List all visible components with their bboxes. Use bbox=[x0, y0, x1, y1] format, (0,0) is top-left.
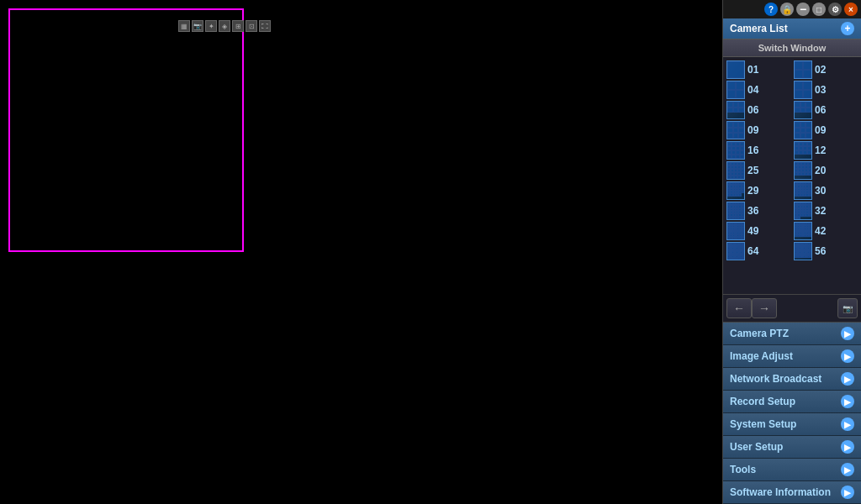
grid-icon-left-3[interactable] bbox=[726, 121, 745, 139]
grid-item-left-8[interactable]: 49 bbox=[726, 222, 790, 240]
grid-icon-left-1[interactable] bbox=[726, 81, 745, 99]
toolbar-icon-3[interactable]: ✦ bbox=[205, 20, 217, 32]
grid-label-right-1: 03 bbox=[815, 84, 833, 96]
menu-item-record-setup[interactable]: Record Setup▶ bbox=[723, 391, 861, 413]
camera-list-label: Camera List bbox=[730, 23, 788, 34]
toolbar-icon-4[interactable]: ◈ bbox=[219, 20, 230, 32]
menu-item-arrow-2: ▶ bbox=[841, 372, 854, 386]
grid-icon-left-9[interactable] bbox=[726, 242, 745, 260]
close-icon[interactable]: □ bbox=[812, 3, 826, 16]
grid-row-8: 4942 bbox=[726, 222, 858, 240]
grid-item-right-9[interactable]: 56 bbox=[794, 242, 858, 260]
grid-icon-left-7[interactable] bbox=[726, 202, 745, 220]
toolbar-icon-2[interactable]: 📷 bbox=[192, 20, 203, 32]
grid-item-right-5[interactable]: 20 bbox=[794, 161, 858, 180]
grid-item-right-4[interactable]: 12 bbox=[794, 141, 858, 160]
grid-label-right-3: 09 bbox=[815, 124, 833, 136]
menu-item-label-5: User Setup bbox=[730, 441, 783, 453]
top-icons-bar: ? 🔒 − □ ⚙ × bbox=[723, 0, 861, 18]
grid-icon-right-1[interactable] bbox=[794, 81, 812, 99]
minimize-icon[interactable]: − bbox=[796, 3, 810, 16]
toolbar-icon-5[interactable]: ⊞ bbox=[232, 20, 244, 32]
grid-label-right-8: 42 bbox=[815, 225, 833, 237]
grid-row-4: 1612 bbox=[726, 141, 858, 160]
grid-item-right-1[interactable]: 03 bbox=[794, 81, 858, 99]
grid-item-left-9[interactable]: 64 bbox=[726, 242, 790, 260]
toolbar-icon-7[interactable]: ⛶ bbox=[259, 20, 271, 32]
grid-icon-right-3[interactable] bbox=[794, 121, 812, 139]
menu-item-label-0: Camera PTZ bbox=[730, 328, 789, 339]
grid-item-right-7[interactable]: 32 bbox=[794, 202, 858, 220]
grid-item-left-4[interactable]: 16 bbox=[726, 141, 790, 160]
grid-icon-left-0[interactable] bbox=[726, 60, 745, 79]
menu-item-user-setup[interactable]: User Setup▶ bbox=[723, 436, 861, 459]
grid-item-right-3[interactable]: 09 bbox=[794, 121, 858, 139]
grid-row-2: 0606 bbox=[726, 101, 858, 119]
next-button[interactable]: → bbox=[752, 298, 777, 318]
grid-row-1: 0403 bbox=[726, 81, 858, 99]
grid-item-left-7[interactable]: 36 bbox=[726, 202, 790, 220]
camera-list-header: Camera List + bbox=[723, 18, 861, 39]
menu-item-arrow-4: ▶ bbox=[841, 417, 854, 431]
prev-button[interactable]: ← bbox=[726, 298, 752, 318]
grid-label-left-9: 64 bbox=[747, 245, 766, 257]
grid-item-left-3[interactable]: 09 bbox=[726, 121, 790, 139]
grid-label-right-7: 32 bbox=[815, 205, 833, 217]
grid-icon-right-5[interactable] bbox=[794, 161, 812, 180]
grid-row-3: 0909 bbox=[726, 121, 858, 139]
toolbar-icon-6[interactable]: ⊡ bbox=[246, 20, 257, 32]
grid-item-left-5[interactable]: 25 bbox=[726, 161, 790, 180]
menu-item-system-setup[interactable]: System Setup▶ bbox=[723, 413, 861, 436]
menu-item-camera-ptz[interactable]: Camera PTZ▶ bbox=[723, 323, 861, 345]
grid-item-left-6[interactable]: 29 bbox=[726, 181, 790, 200]
grid-item-right-6[interactable]: 30 bbox=[794, 181, 858, 200]
grid-label-right-6: 30 bbox=[815, 185, 833, 197]
lock-icon[interactable]: 🔒 bbox=[780, 3, 794, 16]
grid-icon-right-2[interactable] bbox=[794, 101, 812, 119]
camera-list-add-btn[interactable]: + bbox=[841, 22, 854, 35]
menu-item-arrow-0: ▶ bbox=[841, 327, 854, 340]
grid-label-left-2: 06 bbox=[747, 104, 766, 116]
grid-icon-left-8[interactable] bbox=[726, 222, 745, 240]
grid-item-left-1[interactable]: 04 bbox=[726, 81, 790, 99]
grid-label-right-2: 06 bbox=[815, 104, 833, 116]
grid-item-left-2[interactable]: 06 bbox=[726, 101, 790, 119]
grid-row-0: 0102 bbox=[726, 60, 858, 79]
grid-icon-left-2[interactable] bbox=[726, 101, 745, 119]
settings-icon[interactable]: ⚙ bbox=[828, 3, 842, 16]
grid-icon-left-5[interactable] bbox=[726, 161, 745, 180]
menu-item-arrow-7: ▶ bbox=[841, 486, 854, 499]
grid-item-right-2[interactable]: 06 bbox=[794, 101, 858, 119]
grid-icon-right-0[interactable] bbox=[794, 60, 812, 79]
camera-snapshot-btn[interactable]: 📷 bbox=[837, 298, 858, 318]
grid-area: 0102040306060909161225202930363249426456 bbox=[723, 57, 861, 294]
video-frame: ▦ 📷 ✦ ◈ ⊞ ⊡ ⛶ bbox=[8, 8, 244, 252]
grid-label-left-6: 29 bbox=[747, 185, 766, 197]
video-toolbar: ▦ 📷 ✦ ◈ ⊞ ⊡ ⛶ bbox=[178, 20, 271, 32]
menu-item-label-4: System Setup bbox=[730, 418, 796, 430]
menu-item-network-broadcast[interactable]: Network Broadcast▶ bbox=[723, 368, 861, 391]
toolbar-icon-1[interactable]: ▦ bbox=[178, 20, 190, 32]
menu-item-tools[interactable]: Tools▶ bbox=[723, 459, 861, 481]
grid-icon-left-6[interactable] bbox=[726, 181, 745, 200]
grid-item-left-0[interactable]: 01 bbox=[726, 60, 790, 79]
menu-section: Camera PTZ▶Image Adjust▶Network Broadcas… bbox=[723, 322, 861, 504]
help-icon[interactable]: ? bbox=[764, 3, 778, 16]
grid-icon-right-8[interactable] bbox=[794, 222, 812, 240]
grid-row-6: 2930 bbox=[726, 181, 858, 200]
grid-item-right-0[interactable]: 02 bbox=[794, 60, 858, 79]
nav-buttons: ← → 📷 bbox=[723, 294, 861, 322]
grid-label-left-5: 25 bbox=[747, 165, 766, 176]
grid-item-right-8[interactable]: 42 bbox=[794, 222, 858, 240]
grid-icon-right-4[interactable] bbox=[794, 141, 812, 160]
menu-item-image-adjust[interactable]: Image Adjust▶ bbox=[723, 345, 861, 368]
fullscreen-icon[interactable]: × bbox=[844, 3, 858, 16]
grid-icon-right-9[interactable] bbox=[794, 242, 812, 260]
grid-icon-right-7[interactable] bbox=[794, 202, 812, 220]
grid-label-left-7: 36 bbox=[747, 205, 766, 217]
grid-icon-right-6[interactable] bbox=[794, 181, 812, 200]
grid-label-left-8: 49 bbox=[747, 225, 766, 237]
menu-item-label-7: Software Information bbox=[730, 486, 831, 498]
menu-item-software-information[interactable]: Software Information▶ bbox=[723, 481, 861, 504]
grid-icon-left-4[interactable] bbox=[726, 141, 745, 160]
